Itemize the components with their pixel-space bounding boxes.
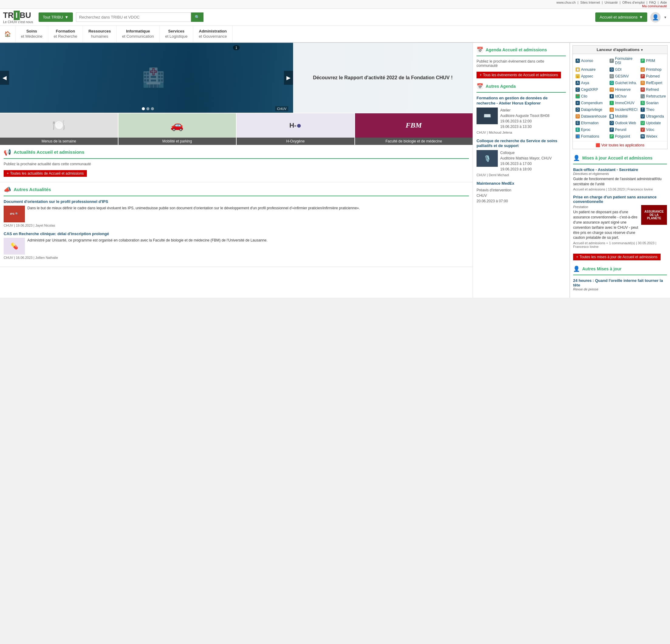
- logo[interactable]: TRIBU Le CHUV c'est nous: [3, 11, 33, 24]
- topbar-link-chuv[interactable]: www.chuv.ch: [557, 1, 576, 4]
- hero-prev-button[interactable]: ◀: [0, 71, 9, 85]
- app-soarian[interactable]: S Soarian: [639, 100, 667, 106]
- news-title-ips[interactable]: Document d'orientation sur le profil pro…: [4, 199, 469, 204]
- search-icon: 🔍: [195, 15, 200, 19]
- agenda-title-maintenance[interactable]: Maintenance MedEx: [477, 181, 566, 186]
- app-printshop[interactable]: 🖨 Printshop: [639, 67, 667, 72]
- center-content: 📅 Agenda Accueil et admissions Publiez l…: [472, 43, 570, 298]
- app-datawarehouse[interactable]: D Datawarehouse: [574, 113, 608, 119]
- app-cegidxrp[interactable]: C CegidXRP: [574, 86, 608, 93]
- topbar-link-unisante[interactable]: Unisanté: [604, 1, 617, 4]
- quick-link-hoxygene[interactable]: H-● H-Oxygène: [237, 113, 355, 145]
- search-button[interactable]: 🔍: [191, 12, 203, 22]
- app-refexpert[interactable]: R RefExpert: [639, 80, 667, 86]
- nav-item-administration[interactable]: Administrationet Gouvernance: [193, 26, 233, 42]
- voir-all-apps-link[interactable]: 🟥 Voir toutes les applications: [595, 143, 644, 147]
- app-guichet-infra[interactable]: G Guichet Infra.: [608, 80, 639, 86]
- app-idchuv[interactable]: ⬇ IdChuv: [608, 93, 639, 99]
- user-chevron[interactable]: ▼: [664, 15, 667, 19]
- topbar-link-sites[interactable]: Sites Internet: [580, 1, 600, 4]
- app-dataprivilege[interactable]: D Dataprivilege: [574, 107, 608, 113]
- agenda-title-horus[interactable]: Formations en gestion de données de rech…: [477, 96, 566, 106]
- all-actualites-button[interactable]: + Toutes les actualités de Accueil et ad…: [4, 170, 87, 177]
- app-immochuv[interactable]: I ImmoCHUV: [608, 100, 639, 106]
- hero-dot-3[interactable]: [151, 107, 154, 110]
- app-cilo[interactable]: 📍 Cilo: [574, 93, 608, 99]
- hero-dot-1[interactable]: [142, 107, 145, 110]
- app-vdoc[interactable]: V Vdoc: [639, 127, 667, 133]
- news-text-cas: Administré par Unisanté, ce programme es…: [27, 238, 268, 243]
- cilo-icon: 📍: [576, 94, 580, 98]
- app-eformation[interactable]: E Eformation: [574, 120, 608, 126]
- topbar-ma-communaute[interactable]: Ma communauté: [642, 4, 667, 8]
- news-meta-cas: CHUV | 16.06.2023 | Jollien Nathalie: [4, 256, 469, 259]
- nav-item-formation[interactable]: Formationet Recherche: [48, 26, 83, 42]
- search-input[interactable]: [76, 12, 191, 22]
- keyboard-thumbnail: ⌨️: [477, 108, 498, 124]
- accueil-admissions-button[interactable]: Accueil et admissions ▼: [595, 12, 647, 22]
- app-compendium[interactable]: ≡ Compendium: [574, 100, 608, 106]
- app-gdi[interactable]: G GDI: [608, 67, 639, 72]
- uptodate-icon: U: [641, 121, 645, 125]
- update-meta-patient: Accueil et admissions + 1 communauté(s) …: [573, 241, 667, 249]
- agenda-accueil-section: 📅 Agenda Accueil et admissions Publiez l…: [477, 46, 566, 80]
- app-refmed[interactable]: R Refmed: [639, 86, 667, 93]
- update-title-backoffice[interactable]: Back-office - Assistant - Secrétaire: [573, 167, 667, 172]
- app-formulaire-dsi[interactable]: F Formulaire DSI: [608, 56, 639, 66]
- topbar-link-aide[interactable]: Aide: [660, 1, 667, 4]
- nav-item-services[interactable]: Serviceset Logistique: [160, 26, 193, 42]
- app-pubmed[interactable]: P Pubmed: [639, 73, 667, 79]
- app-hireserve[interactable]: H Hireserve: [608, 86, 639, 93]
- app-annuaire[interactable]: 📋 Annuaire: [574, 67, 608, 72]
- app-aconso[interactable]: A Aconso: [574, 56, 608, 66]
- quick-link-menus[interactable]: 🍽️ Menus de la semaine: [0, 113, 119, 145]
- plus-icon: +: [7, 171, 9, 176]
- all-agenda-button[interactable]: + Tous les évènements de Accueil et admi…: [477, 72, 561, 78]
- app-perunil[interactable]: P Perunil: [608, 127, 639, 133]
- nav-item-ressources[interactable]: Ressourceshumaines: [83, 26, 117, 42]
- quick-link-mobilite-label: Mobilité et parking: [119, 138, 236, 145]
- autres-mises-a-jour-section: 👤 Autres Mises à jour 24 heures : Quand …: [573, 266, 667, 291]
- agenda-title-colloque[interactable]: Colloque de recherche du Service de soin…: [477, 138, 566, 149]
- hero-dot-2[interactable]: [146, 107, 149, 110]
- app-formations[interactable]: 👥 Formations: [574, 133, 608, 139]
- tout-tribu-button[interactable]: Tout TRIBU ▼: [39, 12, 73, 22]
- app-mobilite[interactable]: 📄 Mobilité: [608, 113, 639, 119]
- topbar-link-faq[interactable]: FAQ: [649, 1, 656, 4]
- app-theo[interactable]: T Theo: [639, 107, 667, 113]
- app-incident-reci[interactable]: ⚠ Incident/RECI: [608, 107, 639, 113]
- agenda-title: Agenda Accueil et admissions: [486, 48, 547, 52]
- app-outlook-web[interactable]: O Outlook Web: [608, 120, 639, 126]
- app-uptodate[interactable]: U Uptodate: [639, 120, 667, 126]
- app-axya[interactable]: A Axya: [574, 80, 608, 86]
- hero-text-overlay[interactable]: Découvrez le Rapport d'activité 2022 de …: [293, 43, 472, 113]
- autre-update-24h-title[interactable]: 24 heures : Quand l'oreille interne fait…: [573, 278, 667, 287]
- app-refstructure[interactable]: 🔧 Refstructure: [639, 93, 667, 99]
- app-eproc[interactable]: E Eproc: [574, 127, 608, 133]
- logo-subtitle: Le CHUV c'est nous: [3, 20, 33, 24]
- quick-link-fbm[interactable]: FBM Faculté de biologie et de médecine: [355, 113, 473, 145]
- nav-item-soins[interactable]: Soinset Médecine: [15, 26, 48, 42]
- quick-link-mobilite[interactable]: 🚗 Mobilité et parking: [119, 113, 237, 145]
- autres-agenda-section: 📅 Autres Agenda Formations en gestion de…: [477, 83, 566, 204]
- topbar-link-emploi[interactable]: Offres d'emploi: [622, 1, 644, 4]
- agenda-info-maintenance: Préavis d'intervention CHUV 20.06.2023 à…: [477, 187, 566, 204]
- user-avatar[interactable]: 👤: [650, 12, 660, 23]
- update-item-patient: Prise en charge d'un patient sans assura…: [573, 195, 667, 249]
- app-webex[interactable]: W Webex: [639, 133, 667, 139]
- all-mises-a-jour-button[interactable]: + Toutes les mises à jour de Accueil et …: [573, 254, 660, 260]
- hero-image: 🏥 Découvrez le Rapport d'activité 2022 d…: [0, 43, 472, 113]
- news-title-cas[interactable]: CAS en Recherche clinique: délai d'inscr…: [4, 231, 469, 237]
- datawarehouse-icon: D: [576, 114, 580, 119]
- nav-item-informatique[interactable]: Informatiqueet Communication: [117, 26, 160, 42]
- nav-home[interactable]: 🏠: [0, 26, 15, 42]
- app-polypoint[interactable]: P Polypoint: [608, 133, 639, 139]
- update-title-patient[interactable]: Prise en charge d'un patient sans assura…: [573, 195, 667, 204]
- hero-next-button[interactable]: ▶: [284, 71, 293, 85]
- app-ultragenda[interactable]: U Ultragenda: [639, 113, 667, 119]
- app-gesinv[interactable]: G GESINV: [608, 73, 639, 79]
- colloque-thumbnail: 🎙️: [477, 150, 498, 167]
- webex-icon: W: [641, 134, 645, 138]
- app-appsec[interactable]: 🔒 Appsec: [574, 73, 608, 79]
- app-prim[interactable]: P PRIM: [639, 56, 667, 66]
